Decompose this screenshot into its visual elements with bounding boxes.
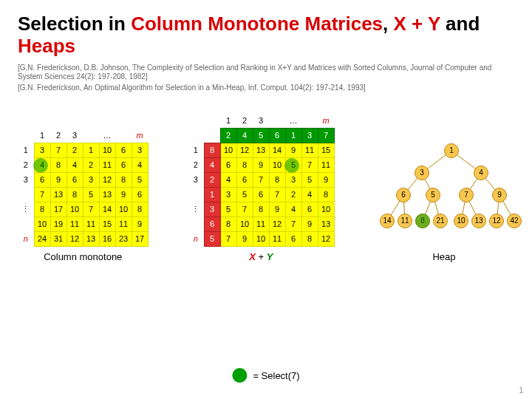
heap-node: 1 [444, 143, 459, 158]
legend: = Select(7) [232, 368, 299, 383]
title-part: Heaps [18, 35, 75, 57]
citation-2: [G.N. Frederickson, An Optimal Algorithm… [18, 83, 514, 93]
title-part: Selection in [18, 13, 131, 35]
heap-tree: 1346579141182110131242 [374, 143, 514, 247]
heap-node: 42 [507, 214, 522, 228]
legend-label: = Select(7) [253, 370, 299, 381]
xy-caption-x: X [249, 251, 256, 262]
heap-node: 13 [471, 214, 486, 228]
heap-node: 12 [489, 214, 504, 228]
heap-node: 3 [415, 166, 429, 180]
xy-matrix: 123…m24561371810121314911152468910571132… [188, 113, 335, 247]
heap-node: 11 [398, 214, 412, 228]
heap-caption: Heap [432, 251, 455, 262]
heap-node: 21 [433, 214, 448, 228]
heap-node: 10 [454, 214, 468, 228]
column-monotone-matrix: 123…m13721106324842116436963128571385139… [18, 128, 149, 247]
xy-caption: X + Y [249, 251, 273, 262]
title-part: Column Monotone Matrices [131, 13, 383, 35]
title-part: X + Y [394, 13, 440, 35]
heap-node: 5 [426, 188, 440, 202]
heap-node: 4 [474, 166, 488, 180]
figures-row: 123…m13721106324842116436963128571385139… [18, 113, 514, 262]
page-title: Selection in Column Monotone Matrices, X… [18, 13, 514, 58]
xy-figure: 123…m24561371810121314911152468910571132… [188, 113, 335, 262]
column-monotone-figure: 123…m13721106324842116436963128571385139… [18, 128, 149, 262]
xy-caption-y: Y [267, 251, 273, 262]
heap-node: 9 [492, 188, 507, 202]
legend-dot-icon [232, 368, 247, 383]
heap-node: 7 [459, 188, 474, 202]
title-part: and [440, 13, 480, 35]
xy-caption-plus: + [256, 251, 267, 262]
heap-figure: 1346579141182110131242 Heap [374, 143, 514, 262]
citation-1: [G.N. Frederickson, D.B. Johnson, The Co… [18, 64, 514, 82]
page-number: 1 [519, 386, 523, 395]
column-monotone-caption: Column monotone [44, 251, 122, 262]
title-part: , [383, 13, 393, 35]
select-marker [415, 214, 430, 228]
heap-node: 6 [396, 188, 411, 202]
heap-node: 14 [380, 214, 395, 228]
